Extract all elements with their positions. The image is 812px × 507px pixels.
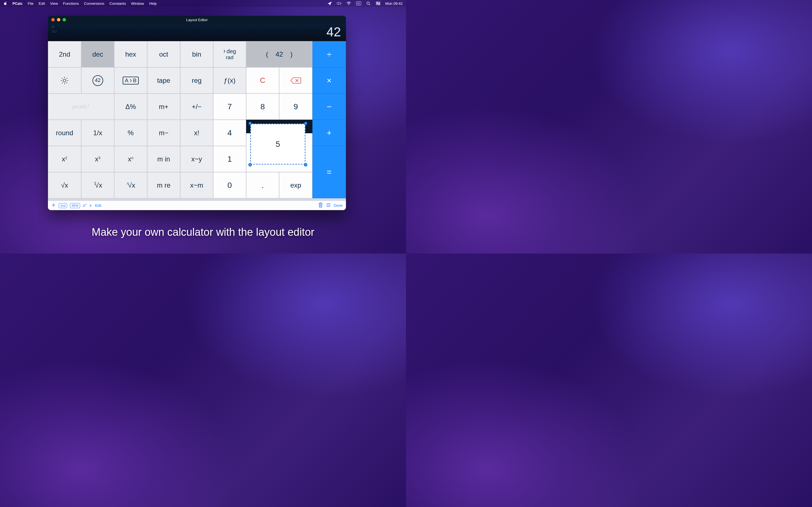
menu-clock[interactable]: Mon 09:42 bbox=[386, 1, 403, 6]
key-delta-percent[interactable]: Δ% bbox=[114, 94, 147, 120]
toolbar-font-larger[interactable]: A+ bbox=[83, 203, 87, 208]
key-x-cubed[interactable]: x3 bbox=[81, 146, 114, 172]
spotlight-icon[interactable] bbox=[366, 1, 371, 5]
key-round[interactable]: round bbox=[48, 120, 81, 146]
traffic-light-minimize[interactable] bbox=[57, 18, 60, 21]
key-deg-label: deg bbox=[227, 48, 236, 54]
toolbar-2nd-toggle[interactable]: 2nd bbox=[59, 203, 67, 208]
key-percent[interactable]: % bbox=[114, 120, 147, 146]
display-value: 42 bbox=[326, 25, 341, 38]
circle-42-label: 42 bbox=[93, 75, 103, 86]
menu-help[interactable]: Help bbox=[149, 1, 157, 6]
key-swap-xm[interactable]: x~m bbox=[180, 172, 213, 198]
toolbar-trash-button[interactable] bbox=[318, 202, 323, 209]
traffic-light-zoom[interactable] bbox=[63, 18, 66, 21]
key-multiply[interactable]: × bbox=[312, 67, 346, 94]
chevron-right-icon bbox=[223, 50, 225, 53]
key-circle-42[interactable]: 42 bbox=[81, 67, 114, 94]
key-memory-plus[interactable]: m+ bbox=[147, 94, 180, 120]
key-plus-minus[interactable]: +/− bbox=[180, 94, 213, 120]
key-factorial[interactable]: x! bbox=[180, 120, 213, 146]
key-clear[interactable]: C bbox=[246, 67, 279, 94]
layout-editor-window: Layout Editor M SCI 42 ÷ × − + = 2nd dec… bbox=[48, 16, 346, 210]
display-sci-flag: SCI bbox=[52, 30, 57, 33]
toolbar-font-smaller[interactable]: A- bbox=[89, 203, 92, 207]
display-memory-flag: M bbox=[52, 25, 57, 29]
location-icon[interactable] bbox=[327, 1, 332, 5]
toolbar-edit-button[interactable]: Edit bbox=[95, 203, 101, 208]
menu-view[interactable]: View bbox=[50, 1, 58, 6]
key-x-power-n[interactable]: xn bbox=[114, 146, 147, 172]
key-digit-8[interactable]: 8 bbox=[246, 94, 279, 120]
key-convert[interactable]: A B bbox=[114, 67, 147, 94]
menu-edit[interactable]: Edit bbox=[39, 1, 45, 6]
toolbar-done-button[interactable]: Done bbox=[334, 203, 343, 208]
window-title: Layout Editor bbox=[48, 18, 346, 22]
key-reciprocal[interactable]: 1/x bbox=[81, 120, 114, 146]
toolbar-add-button[interactable] bbox=[51, 203, 56, 208]
editor-toolbar: 2nd RPN A+ A- Edit Done bbox=[48, 201, 346, 210]
selected-key-overlay[interactable]: 5 bbox=[250, 124, 305, 165]
apple-icon[interactable] bbox=[3, 1, 7, 5]
menu-conversions[interactable]: Conversions bbox=[84, 1, 104, 6]
key-hex[interactable]: hex bbox=[114, 41, 147, 67]
key-fx[interactable]: ƒ(x) bbox=[213, 67, 246, 94]
key-tape[interactable]: tape bbox=[147, 67, 180, 94]
traffic-light-close[interactable] bbox=[51, 18, 55, 21]
key-digit-9[interactable]: 9 bbox=[279, 94, 312, 120]
key-rad-label: rad bbox=[226, 55, 234, 60]
key-digit-0[interactable]: 0 bbox=[213, 172, 246, 198]
menu-42-badge[interactable]: 42 bbox=[356, 1, 361, 5]
key-digit-7[interactable]: 7 bbox=[213, 94, 246, 120]
control-center-icon[interactable] bbox=[376, 1, 380, 5]
window-titlebar[interactable]: Layout Editor bbox=[48, 16, 346, 24]
macos-menubar: PCalc File Edit View Functions Conversio… bbox=[0, 0, 406, 7]
key-backspace[interactable] bbox=[279, 67, 312, 94]
key-cbrt[interactable]: 3√x bbox=[81, 172, 114, 198]
svg-point-3 bbox=[367, 2, 369, 4]
key-equals[interactable]: = bbox=[312, 146, 346, 198]
key-dec[interactable]: dec bbox=[81, 41, 114, 67]
selected-key-5[interactable]: 5 bbox=[250, 124, 305, 165]
key-subtract[interactable]: − bbox=[312, 94, 346, 120]
key-nth-root[interactable]: n√x bbox=[114, 172, 147, 198]
svg-rect-5 bbox=[376, 4, 380, 5]
menu-file[interactable]: File bbox=[28, 1, 34, 6]
svg-point-8 bbox=[63, 79, 66, 82]
key-reg[interactable]: reg bbox=[180, 67, 213, 94]
key-add[interactable]: + bbox=[312, 120, 346, 146]
key-divide[interactable]: ÷ bbox=[312, 41, 346, 67]
key-memory-in[interactable]: m in bbox=[147, 146, 180, 172]
paren-value: 42 bbox=[275, 50, 283, 58]
menu-functions[interactable]: Functions bbox=[63, 1, 79, 6]
key-settings[interactable] bbox=[48, 67, 81, 94]
key-swap-xy[interactable]: x~y bbox=[180, 146, 213, 172]
key-digit-1[interactable]: 1 bbox=[213, 146, 246, 172]
menu-app-name[interactable]: PCalc bbox=[12, 1, 22, 6]
battery-icon[interactable] bbox=[337, 1, 342, 5]
wifi-icon[interactable] bbox=[347, 1, 351, 5]
key-oct[interactable]: oct bbox=[147, 41, 180, 67]
paren-left-label: ( bbox=[266, 50, 268, 58]
svg-rect-1 bbox=[341, 3, 341, 4]
key-x-squared[interactable]: x2 bbox=[48, 146, 81, 172]
key-pcalc-brand[interactable]: pcalc4 bbox=[48, 94, 114, 120]
key-deg-rad[interactable]: deg rad bbox=[213, 41, 246, 67]
key-sqrt[interactable]: √x bbox=[48, 172, 81, 198]
svg-point-2 bbox=[349, 4, 349, 5]
svg-point-7 bbox=[378, 4, 379, 5]
toolbar-rpn-toggle[interactable]: RPN bbox=[70, 203, 80, 208]
key-grid: ÷ × − + = 2nd dec hex oct bin deg rad ( … bbox=[48, 41, 346, 201]
key-decimal-point[interactable]: . bbox=[246, 172, 279, 198]
key-bin[interactable]: bin bbox=[180, 41, 213, 67]
key-exp[interactable]: exp bbox=[279, 172, 312, 198]
key-memory-recall[interactable]: m re bbox=[147, 172, 180, 198]
key-digit-4[interactable]: 4 bbox=[213, 120, 246, 146]
menu-constants[interactable]: Constants bbox=[109, 1, 126, 6]
key-memory-minus[interactable]: m− bbox=[147, 120, 180, 146]
svg-rect-4 bbox=[376, 2, 380, 3]
key-2nd[interactable]: 2nd bbox=[48, 41, 81, 67]
key-parens[interactable]: ( 42 ) bbox=[246, 41, 312, 67]
menu-window[interactable]: Window bbox=[131, 1, 144, 6]
toolbar-list-button[interactable] bbox=[326, 203, 331, 208]
